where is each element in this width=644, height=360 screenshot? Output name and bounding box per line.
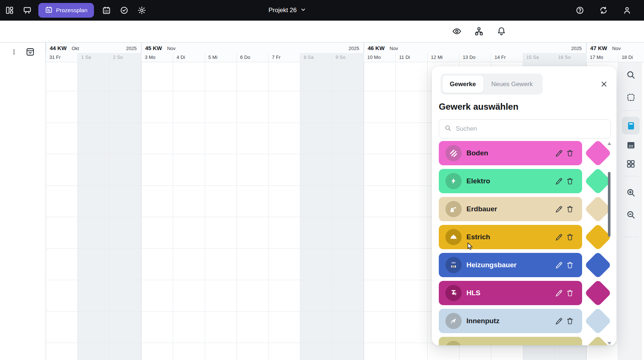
grid-column-line — [237, 62, 237, 360]
trade-name: Elektro — [466, 177, 553, 185]
trade-name: Innenputz — [466, 317, 553, 325]
trade-diamond-hls[interactable] — [584, 279, 612, 307]
user-icon[interactable] — [620, 3, 634, 18]
trade-diamond-erdbauer[interactable] — [584, 195, 612, 223]
grid-column-line — [332, 62, 332, 360]
week-year: 2025 — [571, 46, 582, 51]
scroll-up-icon[interactable] — [608, 140, 611, 143]
presentation-board-icon[interactable] — [20, 3, 35, 18]
calendar-grid-icon[interactable] — [99, 3, 114, 18]
schedule-calendar-icon — [45, 6, 53, 15]
eye-icon[interactable] — [449, 24, 464, 39]
page-scrollbar-track[interactable] — [642, 62, 644, 360]
trade-row-erdbauer[interactable]: Erdbauer — [439, 197, 582, 221]
project-title-dropdown[interactable]: Projekt 26 — [254, 0, 321, 21]
week-header: 46 KWNov2025 — [364, 43, 586, 53]
check-circle-icon[interactable] — [117, 3, 132, 18]
grid-column-line — [109, 62, 110, 360]
edit-pencil-icon[interactable] — [553, 148, 564, 159]
grid-column-line — [141, 62, 141, 360]
trade-diamond-elektro[interactable] — [584, 167, 612, 195]
sync-icon[interactable] — [596, 3, 611, 18]
grid-column-line — [395, 62, 396, 360]
tab-neues-gewerk[interactable]: Neues Gewerk — [483, 75, 541, 93]
delete-trash-icon[interactable] — [564, 260, 575, 271]
gear-icon[interactable] — [134, 3, 149, 18]
week-month: Okt — [72, 46, 79, 51]
grid-column-line — [173, 62, 173, 360]
table-calendar-icon[interactable] — [625, 139, 637, 151]
help-icon[interactable] — [573, 3, 587, 18]
edit-pencil-icon[interactable] — [553, 260, 564, 271]
prozessplan-label: Prozessplan — [56, 7, 87, 14]
zoom-out-icon[interactable] — [625, 209, 637, 220]
trade-row-hls[interactable]: HLS — [439, 281, 582, 305]
week-month: Nov — [612, 46, 621, 51]
trade-row-elektro[interactable]: Elektro — [439, 169, 582, 193]
delete-trash-icon[interactable] — [564, 204, 575, 215]
sidebar-divider — [623, 237, 639, 237]
edit-pencil-icon[interactable] — [553, 287, 564, 299]
edit-pencil-icon[interactable] — [553, 176, 564, 187]
bell-icon[interactable] — [494, 24, 509, 39]
day-header: 2 So — [109, 53, 141, 63]
search-icon[interactable] — [625, 69, 637, 81]
close-icon[interactable] — [599, 80, 608, 88]
trade-name: Heizungsbauer — [466, 261, 553, 269]
grid-column-line — [300, 62, 300, 360]
day-header: 14 Fr — [491, 53, 522, 63]
view-toolbar: Filter Projekt teilen — [0, 21, 644, 42]
kebab-menu-icon[interactable] — [11, 48, 17, 57]
edit-pencil-icon[interactable] — [553, 232, 564, 243]
grid-column-line — [46, 62, 46, 360]
grid-column-line — [364, 62, 364, 360]
delete-trash-icon[interactable] — [564, 315, 575, 327]
trade-row-partial[interactable] — [439, 337, 582, 345]
week-month: Nov — [167, 46, 175, 51]
delete-trash-icon[interactable] — [564, 287, 575, 299]
bolt-icon — [445, 173, 462, 189]
week-number: 45 KW — [145, 45, 162, 51]
weekend-column — [300, 62, 332, 360]
chevron-down-icon — [300, 7, 306, 14]
trade-row-estrich[interactable]: Estrich — [439, 225, 582, 249]
search-input[interactable] — [455, 125, 605, 133]
scrollbar-thumb[interactable] — [608, 172, 610, 237]
trade-row-innenputz[interactable]: Innenputz — [439, 309, 582, 333]
radiator-icon — [445, 257, 462, 273]
valve-icon — [445, 285, 462, 301]
selection-marquee-icon[interactable] — [625, 91, 637, 103]
week-year: 2025 — [126, 46, 137, 51]
trade-name: Estrich — [466, 233, 553, 241]
weekend-column — [332, 62, 364, 360]
prozessplan-button[interactable]: Prozessplan — [38, 3, 94, 18]
trade-row-heizungsbauer[interactable]: Heizungsbauer — [439, 253, 582, 277]
scroll-down-icon[interactable] — [608, 340, 611, 343]
grid-view-icon[interactable] — [625, 158, 637, 170]
day-header: 15 Sa — [523, 53, 554, 63]
collapse-panel-icon[interactable] — [25, 47, 35, 58]
trade-diamond-innenputz[interactable] — [584, 307, 612, 335]
grid-column-line — [427, 62, 428, 360]
trade-diamond-estrich[interactable] — [584, 223, 612, 251]
delete-trash-icon[interactable] — [564, 176, 575, 187]
search-box — [439, 119, 611, 138]
trade-name: Boden — [466, 149, 553, 157]
hierarchy-icon[interactable] — [472, 24, 486, 39]
trade-diamond-heizungsbauer[interactable] — [584, 251, 612, 279]
zoom-in-icon[interactable] — [625, 187, 637, 198]
trade-row-boden[interactable]: Boden — [439, 141, 582, 165]
tab-gewerke[interactable]: Gewerke — [442, 75, 483, 93]
week-header: 44 KWOkt2025 — [46, 43, 141, 53]
notebook-icon[interactable] — [625, 120, 637, 131]
edit-pencil-icon[interactable] — [553, 204, 564, 215]
day-header: 12 Mi — [427, 53, 459, 63]
weekend-column — [109, 62, 141, 360]
delete-trash-icon[interactable] — [564, 148, 575, 159]
delete-trash-icon[interactable] — [564, 232, 575, 243]
day-header: 5 Mi — [205, 53, 237, 63]
edit-pencil-icon[interactable] — [553, 315, 564, 327]
dashboard-icon[interactable] — [2, 3, 17, 18]
week-header: 45 KWNov2025 — [141, 43, 364, 53]
day-header: 16 So — [554, 53, 586, 63]
